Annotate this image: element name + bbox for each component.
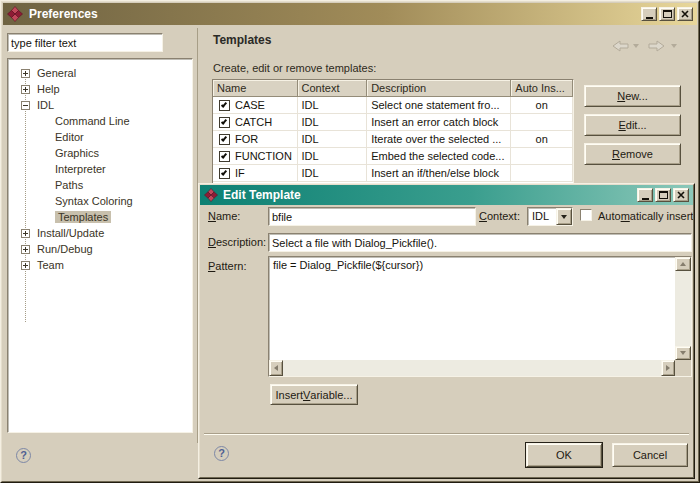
- tree-item-general[interactable]: General: [9, 65, 191, 81]
- template-checkbox[interactable]: [219, 151, 230, 162]
- tree-item-paths[interactable]: Paths: [9, 177, 191, 193]
- tree-item-editor[interactable]: Editor: [9, 129, 191, 145]
- table-row[interactable]: CASEIDLSelect one statement fro...on: [213, 97, 573, 114]
- templates-table-header: NameContextDescriptionAuto Ins...: [213, 80, 573, 97]
- expand-icon[interactable]: [21, 229, 30, 238]
- checkmark-icon: [221, 169, 227, 176]
- expand-icon[interactable]: [21, 85, 30, 94]
- column-header-description[interactable]: Description: [367, 80, 511, 97]
- template-auto-insert: [511, 114, 573, 130]
- template-description: Insert an error catch block: [367, 114, 511, 130]
- instruction-label: Create, edit or remove templates:: [213, 62, 376, 74]
- new-button[interactable]: New...: [584, 85, 681, 107]
- tree-item-help[interactable]: Help: [9, 81, 191, 97]
- edit-button[interactable]: Edit...: [584, 114, 681, 136]
- arrow-up-icon: [680, 262, 686, 266]
- column-header-auto-ins[interactable]: Auto Ins...: [511, 80, 573, 97]
- tree-item-graphics[interactable]: Graphics: [9, 145, 191, 161]
- filter-input[interactable]: [7, 33, 163, 52]
- close-button[interactable]: [677, 7, 693, 21]
- template-description: Embed the selected code...: [367, 148, 511, 164]
- scroll-right-button[interactable]: [661, 360, 675, 376]
- tree-item-templates[interactable]: Templates: [9, 209, 191, 225]
- maximize-icon: [659, 191, 668, 199]
- dialog-minimize-button[interactable]: [637, 188, 653, 202]
- minimize-button[interactable]: [641, 7, 657, 21]
- collapse-icon[interactable]: [21, 101, 30, 110]
- chevron-down-icon: [561, 215, 567, 219]
- scroll-up-button[interactable]: [675, 257, 691, 271]
- template-checkbox[interactable]: [219, 100, 230, 111]
- context-select[interactable]: IDL: [527, 207, 573, 226]
- pattern-horizontal-scrollbar[interactable]: [269, 360, 675, 376]
- tree-item-run-debug[interactable]: Run/Debug: [9, 241, 191, 257]
- context-selected-value: IDL: [532, 210, 549, 222]
- ok-button[interactable]: OK: [526, 443, 602, 467]
- dialog-maximize-button[interactable]: [655, 188, 671, 202]
- scroll-left-button[interactable]: [269, 360, 283, 376]
- table-row[interactable]: IFIDLInsert an if/then/else block: [213, 165, 573, 182]
- expand-icon[interactable]: [21, 245, 30, 254]
- forward-button[interactable]: [648, 40, 665, 52]
- preferences-tree[interactable]: GeneralHelpIDLCommand LineEditorGraphics…: [9, 60, 191, 431]
- pattern-textarea[interactable]: file = Dialog_Pickfile(${cursor}): [268, 256, 692, 377]
- cancel-button[interactable]: Cancel: [612, 443, 688, 467]
- tree-item-install-update[interactable]: Install/Update: [9, 225, 191, 241]
- pattern-label: Pattern:: [208, 260, 247, 272]
- tree-item-label: Editor: [55, 131, 84, 143]
- template-name: FOR: [235, 133, 258, 145]
- checkmark-icon: [221, 101, 227, 108]
- tree-item-interpreter[interactable]: Interpreter: [9, 161, 191, 177]
- template-checkbox[interactable]: [219, 134, 230, 145]
- checkmark-icon: [221, 152, 227, 159]
- maximize-button[interactable]: [659, 7, 675, 21]
- dialog-close-button[interactable]: [673, 188, 689, 202]
- automatically-insert-checkbox[interactable]: [580, 209, 592, 221]
- help-button[interactable]: ?: [16, 448, 31, 463]
- column-header-context[interactable]: Context: [298, 80, 368, 97]
- tree-item-idl[interactable]: IDL: [9, 97, 191, 113]
- dialog-help-button[interactable]: ?: [214, 446, 229, 461]
- template-checkbox[interactable]: [219, 168, 230, 179]
- table-row[interactable]: FUNCTIONIDLEmbed the selected code...: [213, 148, 573, 165]
- tree-item-label: Paths: [55, 179, 83, 191]
- table-row[interactable]: CATCHIDLInsert an error catch block: [213, 114, 573, 131]
- tree-item-syntax-coloring[interactable]: Syntax Coloring: [9, 193, 191, 209]
- scroll-down-button[interactable]: [675, 346, 691, 360]
- tree-item-label: General: [37, 67, 76, 79]
- table-row[interactable]: FORIDLIterate over the selected ...on: [213, 131, 573, 148]
- tree-item-label: Templates: [55, 211, 111, 223]
- template-context: IDL: [298, 148, 368, 164]
- template-auto-insert: [511, 165, 573, 181]
- template-context: IDL: [298, 114, 368, 130]
- expand-icon[interactable]: [21, 261, 30, 270]
- tree-item-label: Install/Update: [37, 227, 104, 239]
- preferences-titlebar[interactable]: Preferences: [3, 3, 697, 25]
- back-button[interactable]: [612, 40, 629, 52]
- footer-divider: [204, 433, 689, 435]
- checkmark-icon: [221, 135, 227, 142]
- template-checkbox[interactable]: [219, 117, 230, 128]
- forward-history-dropdown-icon[interactable]: [671, 44, 677, 48]
- close-icon: [681, 10, 689, 18]
- tree-item-command-line[interactable]: Command Line: [9, 113, 191, 129]
- description-input[interactable]: [268, 233, 692, 252]
- tree-item-label: Command Line: [55, 115, 130, 127]
- tree-item-team[interactable]: Team: [9, 257, 191, 273]
- pattern-vertical-scrollbar[interactable]: [675, 257, 691, 360]
- column-header-name[interactable]: Name: [213, 80, 298, 97]
- back-history-dropdown-icon[interactable]: [633, 44, 639, 48]
- edit-template-titlebar[interactable]: Edit Template: [200, 185, 693, 205]
- minimize-icon: [646, 17, 653, 19]
- expand-icon[interactable]: [21, 69, 30, 78]
- context-dropdown-button[interactable]: [556, 208, 572, 225]
- tree-item-label: Team: [37, 259, 64, 271]
- template-auto-insert: [511, 148, 573, 164]
- remove-button[interactable]: Remove: [584, 143, 681, 165]
- tree-item-label: Run/Debug: [37, 243, 93, 255]
- dialog-icon: [204, 188, 218, 202]
- tree-item-label: Interpreter: [55, 163, 106, 175]
- name-input[interactable]: [268, 207, 476, 226]
- insert-variable-button[interactable]: Insert Variable...: [270, 384, 358, 405]
- template-auto-insert: on: [511, 97, 573, 113]
